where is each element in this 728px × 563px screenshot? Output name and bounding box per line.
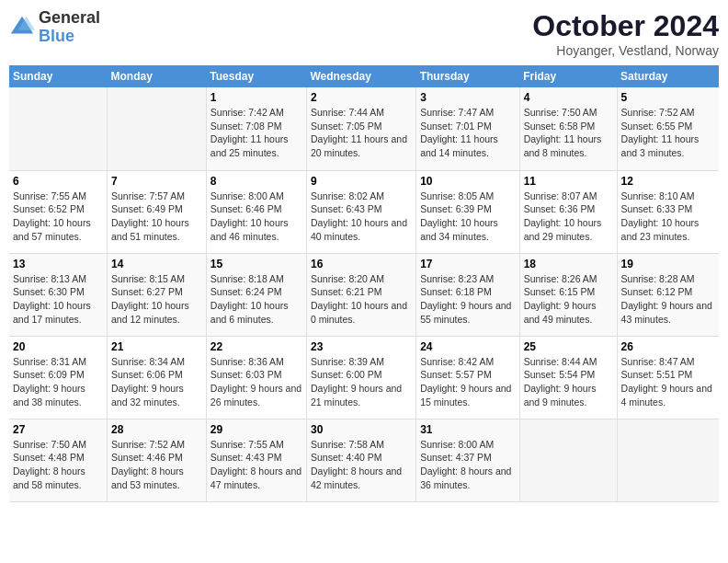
day-info: Sunrise: 8:20 AMSunset: 6:21 PMDaylight:… xyxy=(311,272,412,327)
day-number: 26 xyxy=(621,340,715,353)
day-cell: 8Sunrise: 8:00 AMSunset: 6:46 PMDaylight… xyxy=(206,170,306,253)
day-number: 5 xyxy=(621,91,715,104)
day-number: 4 xyxy=(524,91,613,104)
day-number: 2 xyxy=(311,91,412,104)
day-info: Sunrise: 8:44 AMSunset: 5:54 PMDaylight:… xyxy=(524,355,613,409)
logo-line2: Blue xyxy=(39,28,100,46)
day-cell: 18Sunrise: 8:26 AMSunset: 6:15 PMDayligh… xyxy=(519,253,617,336)
day-info: Sunrise: 8:47 AMSunset: 5:51 PMDaylight:… xyxy=(621,355,715,409)
day-number: 21 xyxy=(111,340,202,353)
day-info: Sunrise: 7:52 AMSunset: 4:46 PMDaylight:… xyxy=(111,438,202,492)
day-number: 15 xyxy=(210,258,302,270)
day-info: Sunrise: 7:55 AMSunset: 6:52 PMDaylight:… xyxy=(13,190,103,244)
day-cell: 30Sunrise: 7:58 AMSunset: 4:40 PMDayligh… xyxy=(306,419,415,501)
day-info: Sunrise: 7:47 AMSunset: 7:01 PMDaylight:… xyxy=(420,106,515,160)
header-day-wednesday: Wednesday xyxy=(306,65,415,87)
week-row-1: 1Sunrise: 7:42 AMSunset: 7:08 PMDaylight… xyxy=(9,87,719,170)
logo-line1: General xyxy=(39,9,100,28)
day-cell: 23Sunrise: 8:39 AMSunset: 6:00 PMDayligh… xyxy=(306,336,415,419)
day-info: Sunrise: 8:34 AMSunset: 6:06 PMDaylight:… xyxy=(111,355,202,409)
day-cell: 6Sunrise: 7:55 AMSunset: 6:52 PMDaylight… xyxy=(9,170,108,253)
day-cell: 13Sunrise: 8:13 AMSunset: 6:30 PMDayligh… xyxy=(9,253,108,336)
day-cell: 16Sunrise: 8:20 AMSunset: 6:21 PMDayligh… xyxy=(306,253,415,336)
calendar-subtitle: Hoyanger, Vestland, Norway xyxy=(532,43,719,58)
day-number: 9 xyxy=(311,175,412,188)
day-cell: 9Sunrise: 8:02 AMSunset: 6:43 PMDaylight… xyxy=(306,170,415,253)
day-cell: 7Sunrise: 7:57 AMSunset: 6:49 PMDaylight… xyxy=(108,170,207,253)
day-cell: 27Sunrise: 7:50 AMSunset: 4:48 PMDayligh… xyxy=(9,419,108,501)
header-day-monday: Monday xyxy=(108,65,207,87)
day-cell: 5Sunrise: 7:52 AMSunset: 6:55 PMDaylight… xyxy=(617,87,719,170)
day-cell: 24Sunrise: 8:42 AMSunset: 5:57 PMDayligh… xyxy=(416,336,519,419)
day-number: 29 xyxy=(210,423,302,436)
day-info: Sunrise: 8:31 AMSunset: 6:09 PMDaylight:… xyxy=(13,355,103,409)
day-number: 25 xyxy=(524,340,613,353)
day-cell xyxy=(617,419,719,501)
day-cell: 22Sunrise: 8:36 AMSunset: 6:03 PMDayligh… xyxy=(206,336,306,419)
day-info: Sunrise: 8:23 AMSunset: 6:18 PMDaylight:… xyxy=(420,272,515,327)
day-cell: 21Sunrise: 8:34 AMSunset: 6:06 PMDayligh… xyxy=(108,336,207,419)
day-cell: 14Sunrise: 8:15 AMSunset: 6:27 PMDayligh… xyxy=(108,253,207,336)
day-cell: 12Sunrise: 8:10 AMSunset: 6:33 PMDayligh… xyxy=(617,170,719,253)
week-row-3: 13Sunrise: 8:13 AMSunset: 6:30 PMDayligh… xyxy=(9,253,719,336)
day-number: 13 xyxy=(13,258,103,270)
day-info: Sunrise: 7:55 AMSunset: 4:43 PMDaylight:… xyxy=(210,438,302,492)
day-cell: 20Sunrise: 8:31 AMSunset: 6:09 PMDayligh… xyxy=(9,336,108,419)
day-info: Sunrise: 8:13 AMSunset: 6:30 PMDaylight:… xyxy=(13,272,103,327)
day-number: 1 xyxy=(210,91,302,104)
day-info: Sunrise: 8:39 AMSunset: 6:00 PMDaylight:… xyxy=(311,355,412,409)
day-number: 6 xyxy=(13,175,103,188)
day-info: Sunrise: 7:44 AMSunset: 7:05 PMDaylight:… xyxy=(311,106,412,160)
day-info: Sunrise: 8:15 AMSunset: 6:27 PMDaylight:… xyxy=(111,272,202,327)
day-info: Sunrise: 7:42 AMSunset: 7:08 PMDaylight:… xyxy=(210,106,302,160)
day-cell: 31Sunrise: 8:00 AMSunset: 4:37 PMDayligh… xyxy=(416,419,519,501)
day-number: 18 xyxy=(524,258,613,270)
week-row-4: 20Sunrise: 8:31 AMSunset: 6:09 PMDayligh… xyxy=(9,336,719,419)
day-cell: 1Sunrise: 7:42 AMSunset: 7:08 PMDaylight… xyxy=(206,87,306,170)
day-number: 10 xyxy=(420,175,515,188)
day-cell: 4Sunrise: 7:50 AMSunset: 6:58 PMDaylight… xyxy=(519,87,617,170)
day-info: Sunrise: 8:05 AMSunset: 6:39 PMDaylight:… xyxy=(420,190,515,244)
day-number: 22 xyxy=(210,340,302,353)
day-number: 17 xyxy=(420,258,515,270)
day-info: Sunrise: 7:52 AMSunset: 6:55 PMDaylight:… xyxy=(621,106,715,160)
day-info: Sunrise: 7:50 AMSunset: 4:48 PMDaylight:… xyxy=(13,438,103,492)
day-number: 12 xyxy=(621,175,715,188)
day-number: 7 xyxy=(111,175,202,188)
header-day-tuesday: Tuesday xyxy=(206,65,306,87)
week-row-5: 27Sunrise: 7:50 AMSunset: 4:48 PMDayligh… xyxy=(9,419,719,501)
logo: General Blue xyxy=(9,9,100,46)
day-info: Sunrise: 8:00 AMSunset: 6:46 PMDaylight:… xyxy=(210,190,302,244)
header-day-sunday: Sunday xyxy=(9,65,108,87)
day-cell: 28Sunrise: 7:52 AMSunset: 4:46 PMDayligh… xyxy=(108,419,207,501)
day-number: 16 xyxy=(311,258,412,270)
day-cell: 10Sunrise: 8:05 AMSunset: 6:39 PMDayligh… xyxy=(416,170,519,253)
day-cell: 19Sunrise: 8:28 AMSunset: 6:12 PMDayligh… xyxy=(617,253,719,336)
day-cell: 25Sunrise: 8:44 AMSunset: 5:54 PMDayligh… xyxy=(519,336,617,419)
day-number: 31 xyxy=(420,423,515,436)
page-header: General Blue October 2024 Hoyanger, Vest… xyxy=(9,9,719,58)
header-day-thursday: Thursday xyxy=(416,65,519,87)
day-cell: 15Sunrise: 8:18 AMSunset: 6:24 PMDayligh… xyxy=(206,253,306,336)
day-cell: 2Sunrise: 7:44 AMSunset: 7:05 PMDaylight… xyxy=(306,87,415,170)
calendar-title: October 2024 xyxy=(532,9,719,43)
title-block: October 2024 Hoyanger, Vestland, Norway xyxy=(532,9,719,58)
day-info: Sunrise: 8:02 AMSunset: 6:43 PMDaylight:… xyxy=(311,190,412,244)
day-cell xyxy=(519,419,617,501)
week-row-2: 6Sunrise: 7:55 AMSunset: 6:52 PMDaylight… xyxy=(9,170,719,253)
day-cell: 26Sunrise: 8:47 AMSunset: 5:51 PMDayligh… xyxy=(617,336,719,419)
logo-icon xyxy=(9,15,35,40)
header-day-saturday: Saturday xyxy=(617,65,719,87)
day-info: Sunrise: 8:28 AMSunset: 6:12 PMDaylight:… xyxy=(621,272,715,327)
day-info: Sunrise: 8:07 AMSunset: 6:36 PMDaylight:… xyxy=(524,190,613,244)
day-number: 3 xyxy=(420,91,515,104)
day-number: 20 xyxy=(13,340,103,353)
day-number: 19 xyxy=(621,258,715,270)
logo-text: General Blue xyxy=(39,9,100,46)
day-info: Sunrise: 8:00 AMSunset: 4:37 PMDaylight:… xyxy=(420,438,515,492)
day-info: Sunrise: 7:58 AMSunset: 4:40 PMDaylight:… xyxy=(311,438,412,492)
day-cell xyxy=(9,87,108,170)
day-number: 8 xyxy=(210,175,302,188)
day-info: Sunrise: 8:36 AMSunset: 6:03 PMDaylight:… xyxy=(210,355,302,409)
day-cell: 3Sunrise: 7:47 AMSunset: 7:01 PMDaylight… xyxy=(416,87,519,170)
